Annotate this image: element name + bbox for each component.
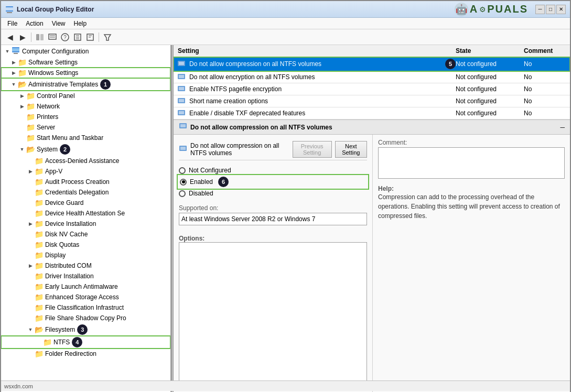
tree-item-server[interactable]: ▶ 📁 Server [1, 122, 170, 133]
tree-item-folder-redirection[interactable]: ▶ 📁 Folder Redirection [1, 349, 170, 359]
prev-setting-btn[interactable]: Previous Setting [293, 141, 332, 158]
tree-item-file-share[interactable]: ▶ 📁 File Share Shadow Copy Pro [1, 313, 170, 323]
tree-item-enhanced-storage[interactable]: ▶ 📁 Enhanced Storage Access [1, 292, 170, 302]
window-title: Local Group Policy Editor [17, 6, 94, 13]
tree-item-device-installation[interactable]: ▶ 📁 Device Installation [1, 219, 170, 229]
tree-item-distributed-com[interactable]: ▶ 📁 Distributed COM [1, 260, 170, 271]
row-state-1: Not configured [456, 73, 524, 81]
appv-expander[interactable]: ▶ [26, 169, 35, 174]
device-health-label: Device Health Attestation Se [45, 210, 125, 217]
minimize-detail-icon[interactable]: ─ [560, 124, 565, 131]
tree-item-app-v[interactable]: ▶ 📁 App-V [1, 166, 170, 177]
detail-title-text: Do not allow compression on all NTFS vol… [190, 124, 332, 131]
comment-textarea[interactable] [380, 149, 563, 177]
up-btn[interactable] [47, 31, 58, 43]
settings-row-1[interactable]: Do not allow encryption on all NTFS volu… [174, 71, 570, 83]
menu-file[interactable]: File [3, 19, 21, 28]
next-setting-btn[interactable]: Next Setting [335, 141, 367, 158]
tree-item-disk-nv[interactable]: ▶ 📁 Disk NV Cache [1, 229, 170, 239]
tree-item-filesystem[interactable]: ▼ 📂 Filesystem 3 [1, 323, 170, 336]
net-expander[interactable]: ▶ [18, 104, 26, 109]
tree-item-system[interactable]: ▼ 📂 System 2 [1, 143, 170, 156]
cp-expander[interactable]: ▶ [18, 93, 26, 99]
close-btn[interactable]: ✕ [556, 5, 566, 14]
help-btn[interactable]: ? [59, 31, 71, 43]
tree-item-windows-settings[interactable]: ▶ 📁 Windows Settings [1, 68, 170, 78]
status-text: wsxdn.com [4, 383, 33, 389]
tree-item-network[interactable]: ▶ 📁 Network [1, 101, 170, 112]
minimize-btn[interactable]: ─ [535, 5, 545, 14]
fss-expander[interactable]: ▼ [26, 327, 35, 332]
row-icon-1 [178, 73, 186, 81]
tree-item-display[interactable]: ▶ 📁 Display [1, 250, 170, 260]
folder-icon-ad: 📁 [35, 157, 44, 165]
tree-item-file-classification[interactable]: ▶ 📁 File Classification Infrastruct [1, 302, 170, 313]
disk-nv-label: Disk NV Cache [45, 231, 88, 238]
settings-row-2[interactable]: Enable NTFS pagefile encryption Not conf… [174, 83, 570, 95]
tree-item-control-panel[interactable]: ▶ 📁 Control Panel [1, 91, 170, 101]
admin-templates-expander[interactable]: ▼ [9, 82, 18, 87]
tree-root[interactable]: ▼ Computer Configuration [1, 45, 170, 57]
row-comment-3: No [524, 97, 566, 105]
tree-item-ntfs[interactable]: ▶ 📁 NTFS 4 [1, 336, 170, 349]
folder-icon-system: 📂 [26, 145, 35, 154]
sys-expander[interactable]: ▼ [18, 147, 26, 152]
menu-view[interactable]: View [48, 19, 70, 28]
radio-not-configured[interactable]: Not Configured [179, 167, 367, 174]
supported-box: At least Windows Server 2008 R2 or Windo… [179, 213, 367, 225]
root-expander[interactable]: ▼ [3, 49, 12, 54]
folder-icon-fs: 📁 [35, 314, 44, 322]
svg-rect-6 [40, 34, 44, 40]
svg-text:🤖: 🤖 [456, 4, 468, 15]
folder-icon-net: 📁 [26, 102, 35, 111]
settings-row-3[interactable]: Short name creation options Not configur… [174, 95, 570, 107]
maximize-btn[interactable]: □ [546, 5, 555, 14]
show-hide-btn[interactable] [34, 31, 46, 43]
settings-row-0[interactable]: Do not allow compression on all NTFS vol… [174, 57, 570, 71]
tree-item-credentials[interactable]: ▶ 📁 Credentials Delegation [1, 187, 170, 198]
logo-rest: PUALS [487, 3, 528, 15]
svg-rect-5 [36, 34, 39, 40]
control-panel-label: Control Panel [37, 92, 75, 100]
export-btn[interactable] [72, 31, 83, 43]
row-state-3: Not configured [456, 97, 524, 105]
tree-item-start-menu[interactable]: ▶ 📁 Start Menu and Taskbar [1, 133, 170, 143]
tree-item-device-health[interactable]: ▶ 📁 Device Health Attestation Se [1, 208, 170, 219]
properties-btn[interactable] [84, 31, 96, 43]
tree-item-early-launch[interactable]: ▶ 📁 Early Launch Antimalware [1, 281, 170, 292]
tree-item-device-guard[interactable]: ▶ 📁 Device Guard [1, 198, 170, 208]
badge-1: 1 [100, 79, 111, 90]
dcom-expander[interactable]: ▶ [26, 263, 35, 268]
tree-item-printers[interactable]: ▶ 📁 Printers [1, 112, 170, 122]
tree-item-access-denied[interactable]: ▶ 📁 Access-Denied Assistance [1, 156, 170, 166]
di-expander[interactable]: ▶ [26, 221, 35, 226]
row-icon-3 [178, 97, 186, 105]
radio-disabled[interactable]: Disabled [179, 190, 367, 197]
forward-btn[interactable]: ▶ [17, 31, 28, 43]
menu-action[interactable]: Action [21, 19, 47, 28]
folder-icon-windows: 📁 [18, 69, 27, 77]
app-v-label: App-V [45, 168, 62, 175]
comment-box[interactable] [378, 147, 565, 179]
settings-row-4[interactable]: Enable / disable TXF deprecated features… [174, 107, 570, 119]
radio-enabled[interactable]: Enabled 6 [179, 176, 367, 188]
tree-item-software-settings[interactable]: ▶ 📁 Software Settings [1, 57, 170, 68]
row-comment-4: No [524, 110, 566, 117]
folder-icon-admin: 📂 [18, 80, 27, 89]
main-container: ▼ Computer Configuration ▶ 📁 Software Se… [1, 45, 570, 392]
folder-icon-server: 📁 [26, 123, 35, 132]
tree-item-disk-quotas[interactable]: ▶ 📁 Disk Quotas [1, 239, 170, 250]
back-btn[interactable]: ◀ [4, 31, 16, 43]
tree-item-audit-process[interactable]: ▶ 📁 Audit Process Creation [1, 177, 170, 187]
tree-pane[interactable]: ▼ Computer Configuration ▶ 📁 Software Se… [1, 45, 171, 392]
software-expander[interactable]: ▶ [9, 60, 18, 65]
filter-btn[interactable] [102, 31, 113, 43]
tree-item-driver-installation[interactable]: ▶ 📁 Driver Installation [1, 271, 170, 281]
col-header-setting: Setting [178, 47, 456, 55]
title-bar: Local Group Policy Editor 🤖 A ⚙ PUALS ─ … [1, 1, 570, 18]
tree-item-admin-templates[interactable]: ▼ 📂 Administrative Templates 1 [1, 78, 170, 91]
toolbar-sep-2 [99, 32, 99, 42]
menu-help[interactable]: Help [70, 19, 91, 28]
windows-expander[interactable]: ▶ [9, 70, 18, 75]
supported-section: Supported on: At least Windows Server 20… [179, 204, 367, 225]
